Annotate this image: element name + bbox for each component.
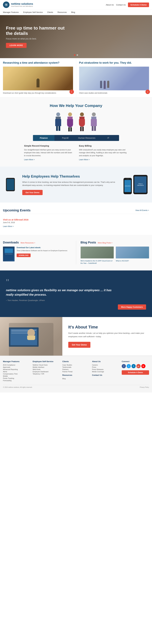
footer-link-mobile[interactable]: Mobile bbox=[3, 375, 30, 377]
footer-bottom: © 2016 nettime solutions. All rights res… bbox=[3, 385, 149, 388]
ebook-image: Time & Attendance bbox=[3, 246, 14, 262]
get-your-demo-button[interactable]: Get Your Demo bbox=[22, 190, 42, 195]
tab-payroll[interactable]: Payroll bbox=[54, 135, 76, 141]
nav-manager-features[interactable]: Manager Features bbox=[3, 11, 19, 13]
footer-clients-resources: Clients Case Studies Testimonials Partne… bbox=[62, 360, 90, 382]
tab-human-resources[interactable]: Human Resources bbox=[76, 135, 98, 141]
upcoming-events-heading: Upcoming Events bbox=[3, 208, 30, 212]
footer-col2-heading: Employee Self-Service bbox=[33, 360, 60, 362]
two-col-right-image bbox=[79, 66, 149, 90]
tab-finance[interactable]: Finance bbox=[33, 135, 54, 141]
about-time-heading: It's About Time bbox=[68, 325, 146, 330]
contact-us-link[interactable]: Contact Us bbox=[116, 4, 126, 6]
blog-thumb-1 bbox=[80, 246, 114, 258]
schedule-demo-button[interactable]: Schedule A Demo bbox=[128, 2, 149, 7]
twitter-icon[interactable]: t bbox=[126, 364, 131, 368]
upcoming-events-section: Upcoming Events View All Events > Visit … bbox=[0, 202, 152, 235]
character-hr bbox=[79, 112, 85, 132]
nav-employee-self-service[interactable]: Employee Self-Service bbox=[23, 11, 43, 13]
footer-link-approvals[interactable]: Approvals bbox=[3, 366, 30, 368]
facebook-icon[interactable]: f bbox=[122, 364, 126, 368]
footer-connect-heading: Connect bbox=[122, 360, 149, 362]
footer-manager-features: Manager Features ACA Compliance Approval… bbox=[3, 360, 30, 382]
tab-right-col: Easy Billing With stratustime® you easil… bbox=[79, 144, 128, 161]
footer-col3-heading: Clients bbox=[62, 360, 90, 362]
blog-header: Blog Posts More Blog Posts > bbox=[80, 241, 149, 244]
tablet-device: Time & Attendance bbox=[133, 175, 148, 194]
footer-link-points[interactable]: Points Tracking bbox=[3, 378, 30, 379]
header-nav: About Us Contact Us Schedule A Demo bbox=[106, 2, 149, 7]
footer-link-comp-time[interactable]: Compensatory Time bbox=[3, 373, 30, 375]
footer-link-careers[interactable]: Careers bbox=[92, 364, 119, 366]
footer-link-case-studies[interactable]: Case Studies bbox=[62, 364, 90, 366]
logo-svg: N bbox=[4, 3, 8, 7]
hero-dot-2[interactable] bbox=[76, 54, 78, 56]
tab-left-title: Simple Record Keeping bbox=[24, 144, 73, 147]
footer-link-media-coverage[interactable]: Media Coverage bbox=[92, 371, 119, 372]
how-help-heading: How We Help Your Company bbox=[3, 104, 149, 108]
footer-link-aca[interactable]: ACA Compliance bbox=[3, 364, 30, 366]
footer-link-alerts[interactable]: Alerts bbox=[3, 371, 30, 372]
footer-link-web-kiosk[interactable]: Web Kiosk bbox=[33, 368, 60, 370]
about-time-demo-button[interactable]: Get Your Demo bbox=[68, 342, 90, 348]
tab-content: Simple Record Keeping Our straightforwar… bbox=[24, 144, 128, 161]
tab-it[interactable]: IT bbox=[98, 135, 119, 141]
footer-col4-heading: About Us bbox=[92, 360, 119, 362]
hero-dot-1[interactable] bbox=[74, 54, 76, 56]
footer-link-press[interactable]: Press bbox=[92, 366, 119, 368]
nav-resources[interactable]: Resources bbox=[58, 11, 67, 13]
footer-link-advanced-reporting[interactable]: Advanced Reporting bbox=[3, 368, 30, 370]
footer-employee-self-service: Employee Self-Service Nettime Cloud Cloc… bbox=[33, 360, 60, 382]
ebook-title: Download Our Latest ebook: bbox=[16, 246, 67, 249]
more-blog-posts-link[interactable]: More Blog Posts > bbox=[98, 242, 112, 244]
social-icons-row: f t in g+ ▶ bbox=[122, 364, 149, 368]
two-col-right-caption: Client case studies and testimonials bbox=[79, 92, 149, 94]
more-happy-customers-button[interactable]: More Happy Customers bbox=[118, 304, 146, 310]
about-us-link[interactable]: About Us bbox=[106, 4, 114, 6]
event-learn-more-link[interactable]: Learn More > bbox=[3, 225, 14, 228]
privacy-policy-link[interactable]: Privacy Policy bbox=[140, 386, 149, 388]
ebook-card: Time & Attendance Download Our Latest eb… bbox=[3, 246, 72, 262]
hero-dots bbox=[74, 54, 78, 56]
footer-link-partners[interactable]: Partners bbox=[62, 368, 90, 370]
logo-name: nettime solutions bbox=[11, 2, 33, 6]
testimonial-section: " nettime solutions gives us flexibility… bbox=[0, 270, 152, 317]
nav-blog[interactable]: Blog bbox=[71, 11, 75, 13]
footer-link-partner-portal[interactable]: Partner Portal bbox=[62, 371, 90, 372]
footer-link-forecasting[interactable]: Forecasting bbox=[3, 380, 30, 382]
character-finance bbox=[55, 112, 61, 132]
tab-left-text: Our straightforward interface gives you … bbox=[24, 148, 73, 157]
footer-link-employee-dashboard[interactable]: Employee Dashboard bbox=[33, 371, 60, 372]
footer-link-blog[interactable]: Blog bbox=[62, 378, 90, 380]
how-help-section: How We Help Your Company bbox=[0, 98, 152, 166]
ebook-download-button[interactable]: DOWNLOAD bbox=[16, 254, 30, 257]
footer-link-cloud-clock[interactable]: Nettime Cloud Clock bbox=[33, 364, 60, 366]
two-col-left-arrow[interactable]: › bbox=[70, 90, 74, 94]
ebook-name: Time & Attendance Software and its Impac… bbox=[16, 250, 67, 252]
hero-learn-more-button[interactable]: LEARN MORE bbox=[6, 43, 26, 48]
about-time-text: Don't waste another minute. Let us help … bbox=[68, 332, 146, 338]
more-resources-link[interactable]: More Resources > bbox=[21, 242, 35, 244]
about-time-image bbox=[0, 317, 62, 356]
hero-section: Free up time to hammer out the details F… bbox=[0, 15, 152, 58]
nav-clients[interactable]: Clients bbox=[47, 11, 53, 13]
footer-link-testimonials[interactable]: Testimonials bbox=[62, 366, 90, 368]
blog-post-1-text: We're headed to the #1 ERP Cloud Event o… bbox=[80, 260, 114, 264]
logo-tagline: cloud-based time and attendance bbox=[11, 6, 33, 7]
footer-schedule-demo-button[interactable]: Schedule A Demo bbox=[122, 370, 149, 375]
view-all-events-link[interactable]: View All Events > bbox=[136, 209, 149, 212]
footer-link-mobile-interface[interactable]: Mobile Interface bbox=[33, 366, 60, 368]
youtube-icon[interactable]: ▶ bbox=[141, 364, 146, 368]
tab-left-link[interactable]: Learn More > bbox=[24, 158, 35, 161]
footer-link-telephony[interactable]: Telephony / IVR bbox=[33, 373, 60, 375]
googleplus-icon[interactable]: g+ bbox=[136, 364, 140, 368]
linkedin-icon[interactable]: in bbox=[132, 364, 136, 368]
main-nav: Manager Features Employee Self-Service C… bbox=[0, 10, 152, 15]
logo-icon: N bbox=[3, 2, 10, 8]
about-time-content: It's About Time Don't waste another minu… bbox=[62, 317, 152, 356]
quote-icon: " bbox=[6, 278, 146, 287]
two-col-right-arrow[interactable]: › bbox=[146, 90, 150, 94]
tab-right-link[interactable]: Learn More > bbox=[79, 158, 90, 161]
footer-contact-heading: Contact Us bbox=[92, 374, 119, 376]
footer-link-press-releases[interactable]: Press Releases bbox=[92, 368, 119, 370]
